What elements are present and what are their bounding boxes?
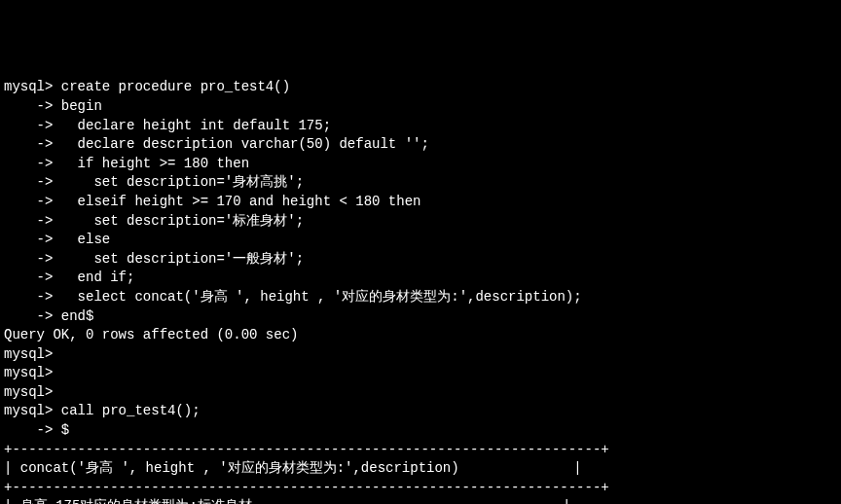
terminal-line: -> declare description varchar(50) defau…: [4, 135, 837, 155]
terminal-line: mysql> call pro_test4();: [4, 402, 837, 421]
terminal-line: mysql>: [4, 345, 837, 365]
terminal-line: mysql>: [4, 364, 837, 383]
terminal-line: Query OK, 0 rows affected (0.00 sec): [4, 326, 837, 345]
terminal-line: -> declare height int default 175;: [4, 117, 837, 136]
terminal-line: -> begin: [4, 97, 837, 117]
terminal-line: -> set description='身材高挑';: [4, 173, 837, 193]
terminal-line: mysql> create procedure pro_test4(): [4, 78, 837, 97]
terminal-line: -> select concat('身高 ', height , '对应的身材类…: [4, 288, 837, 307]
terminal-line: mysql>: [4, 383, 837, 403]
terminal-line: -> elseif height >= 170 and height < 180…: [4, 193, 837, 212]
terminal-line: +---------------------------------------…: [4, 441, 837, 460]
terminal-line: | 身高 175对应的身材类型为:标准身材 |: [4, 497, 837, 504]
terminal-line: -> else: [4, 231, 837, 250]
terminal-line: +---------------------------------------…: [4, 479, 837, 498]
terminal-line: -> end$: [4, 307, 837, 327]
terminal-line: | concat('身高 ', height , '对应的身材类型为:',des…: [4, 459, 837, 479]
terminal-line: -> end if;: [4, 269, 837, 288]
terminal-output: mysql> create procedure pro_test4() -> b…: [4, 78, 837, 504]
terminal-line: -> set description='标准身材';: [4, 212, 837, 232]
terminal-line: -> if height >= 180 then: [4, 155, 837, 174]
terminal-line: -> $: [4, 421, 837, 441]
terminal-line: -> set description='一般身材';: [4, 250, 837, 270]
